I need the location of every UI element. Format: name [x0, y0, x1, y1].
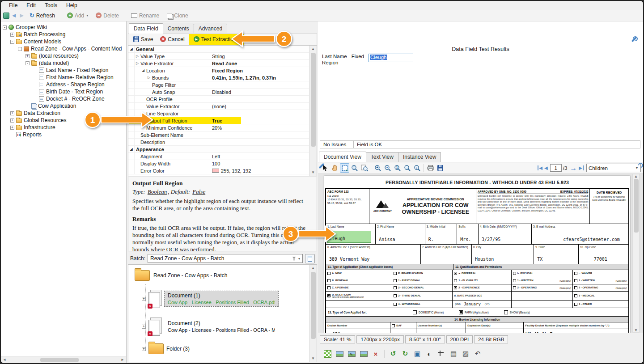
scroll-right-icon[interactable]: ► — [119, 358, 126, 362]
tree-item[interactable]: First Name- Relative Region — [1, 74, 126, 81]
property-row[interactable]: Display Width100 — [128, 160, 309, 167]
property-row[interactable]: Output Full RegionTrue — [128, 117, 309, 124]
zoom-window-icon[interactable] — [350, 163, 359, 173]
scroll-down-icon[interactable]: ▼ — [309, 355, 317, 362]
default-link[interactable]: False — [192, 188, 205, 195]
checkbox-icon[interactable] — [413, 310, 417, 314]
tree-item[interactable]: Address - Shape Region — [1, 81, 126, 88]
scroll-up-icon[interactable]: ▲ — [309, 46, 317, 52]
checkbox-icon[interactable] — [504, 310, 508, 314]
refresh-button[interactable]: ↻Refresh — [26, 11, 58, 20]
expand-icon[interactable]: + — [25, 54, 30, 58]
add-button[interactable]: +Add▾ — [64, 11, 91, 20]
expand-icon[interactable]: + — [10, 33, 14, 37]
tree-item[interactable]: -Read Zone - Cow Apps - Content Mod — [1, 45, 126, 52]
scroll-up-icon[interactable]: ▲ — [632, 174, 640, 178]
print-icon[interactable] — [426, 163, 435, 173]
expand-icon[interactable]: + — [10, 119, 14, 123]
checkbox-icon[interactable] — [394, 286, 397, 289]
resample-icon[interactable]: ▣ — [412, 349, 422, 359]
tree-item[interactable]: +Global Resources — [1, 117, 126, 124]
property-value[interactable] — [210, 81, 309, 88]
tab-advanced[interactable]: Advanced — [194, 24, 227, 34]
back-icon[interactable]: ◀ — [11, 13, 17, 18]
property-value[interactable]: String — [210, 53, 309, 59]
expand-triangle-icon[interactable]: ◢ — [142, 68, 146, 72]
batch-item-text[interactable]: Document (2) Cow App - Licensee - Positi… — [165, 319, 278, 334]
batch-root-item[interactable]: Read Zone - Cow Apps - Batch — [135, 270, 227, 281]
zoom-out-icon[interactable]: - — [383, 163, 392, 173]
checkbox-icon[interactable] — [394, 279, 397, 282]
property-grid-scrollbar[interactable]: ▲ ▼ — [309, 46, 317, 176]
property-value[interactable]: 255, 192, 192 — [210, 167, 309, 174]
fit-page-icon[interactable]: ↕ — [412, 163, 422, 173]
image-tools-icon[interactable] — [445, 163, 455, 173]
clone-button[interactable]: Clone — [164, 11, 191, 20]
checkbox-icon[interactable] — [459, 310, 463, 314]
rotate-right-icon[interactable]: ↻ — [400, 349, 410, 359]
property-value[interactable]: Read Zone — [210, 60, 309, 67]
checkbox-icon[interactable] — [513, 272, 516, 275]
checkbox-icon[interactable] — [574, 279, 577, 282]
scroll-down-icon[interactable]: ▼ — [309, 169, 317, 176]
zoom-preview-icon[interactable] — [360, 163, 369, 173]
property-row[interactable]: Sub-Element Name — [128, 131, 309, 139]
collapse-icon[interactable]: - — [3, 25, 7, 30]
tree-item[interactable]: Reports — [1, 131, 126, 138]
property-row[interactable]: Page Filter — [128, 81, 309, 89]
checkbox-icon[interactable] — [394, 303, 397, 306]
rename-button[interactable]: Rename — [128, 11, 162, 20]
checkbox-icon[interactable] — [574, 286, 577, 289]
batch-document-1[interactable]: + A Document (1) Cow App - Licensee - Po… — [142, 290, 278, 308]
checkbox-icon[interactable] — [454, 272, 457, 275]
property-row[interactable]: Auto SnapDisabled — [128, 89, 309, 96]
property-value[interactable] — [210, 96, 309, 102]
scroll-down-icon[interactable]: ▼ — [632, 328, 640, 332]
property-value[interactable]: Fixed Region — [210, 67, 309, 74]
tab-data-field[interactable]: Data Field — [129, 23, 163, 34]
expand-icon[interactable]: + — [142, 347, 146, 351]
save-image-icon[interactable] — [436, 163, 445, 173]
undo-icon[interactable]: ↶ — [473, 349, 483, 359]
tree-item[interactable]: Docket # - ReOCR Zone — [1, 95, 126, 102]
tree-item[interactable]: +Data Extraction — [1, 110, 126, 117]
delete-button[interactable]: –Delete — [93, 11, 122, 20]
tree-item[interactable]: Last Name - Fixed Region — [1, 67, 126, 74]
property-value[interactable] — [210, 131, 309, 138]
tree-item[interactable]: -Content Models — [1, 38, 126, 45]
fit-width-icon[interactable]: ↔ — [402, 163, 412, 173]
property-row[interactable]: Description — [128, 139, 309, 146]
tab-instance-view[interactable]: Instance View — [398, 152, 441, 162]
expand-triangle-icon[interactable]: ▷ — [148, 76, 152, 80]
crop-icon[interactable] — [436, 349, 446, 359]
checkbox-icon[interactable] — [574, 294, 577, 297]
checkbox-icon[interactable] — [327, 279, 330, 282]
checkbox-icon[interactable] — [513, 279, 516, 282]
pages-icon[interactable]: ▤ — [449, 349, 458, 359]
menu-tools[interactable]: Tools — [40, 1, 62, 9]
settings-icon[interactable] — [631, 36, 638, 43]
batch-combo[interactable]: Read Zone - Cow Apps - Batch ▾ — [148, 254, 303, 263]
checkbox-icon[interactable] — [574, 303, 577, 306]
property-row[interactable]: ▷Value TypeString — [128, 53, 309, 60]
property-value[interactable]: Left — [210, 153, 309, 160]
batch-tree-scrollbar[interactable]: ▲ ▼ — [309, 265, 317, 362]
navigator-icon[interactable] — [3, 13, 9, 19]
property-row[interactable]: AlignmentLeft — [128, 153, 309, 160]
expand-icon[interactable]: + — [142, 297, 146, 301]
zoom-actual-icon[interactable]: 1 — [393, 163, 402, 173]
property-row[interactable]: ▷Bounds0.41in, 1.59in, 1.27in, 0.37in — [128, 74, 309, 81]
property-row[interactable]: OCR Profile — [128, 96, 309, 103]
property-row[interactable]: ◢LocationFixed Region — [128, 67, 309, 74]
checkbox-icon[interactable] — [327, 286, 330, 289]
document-scrollbar[interactable]: ▲ ▼ — [632, 174, 640, 333]
property-value[interactable]: 20% — [210, 124, 309, 131]
tree-item[interactable]: -(data model) — [1, 59, 126, 67]
scrollbar-thumb[interactable] — [311, 272, 316, 339]
expand-icon[interactable]: + — [142, 325, 146, 329]
expand-triangle-icon[interactable]: ▷ — [136, 61, 140, 65]
next-page-icon[interactable]: → — [569, 166, 578, 170]
batch-folder-3[interactable]: + Folder (3) — [142, 343, 190, 354]
checkbox-icon[interactable] — [454, 279, 457, 282]
checkbox-icon[interactable] — [394, 272, 397, 275]
